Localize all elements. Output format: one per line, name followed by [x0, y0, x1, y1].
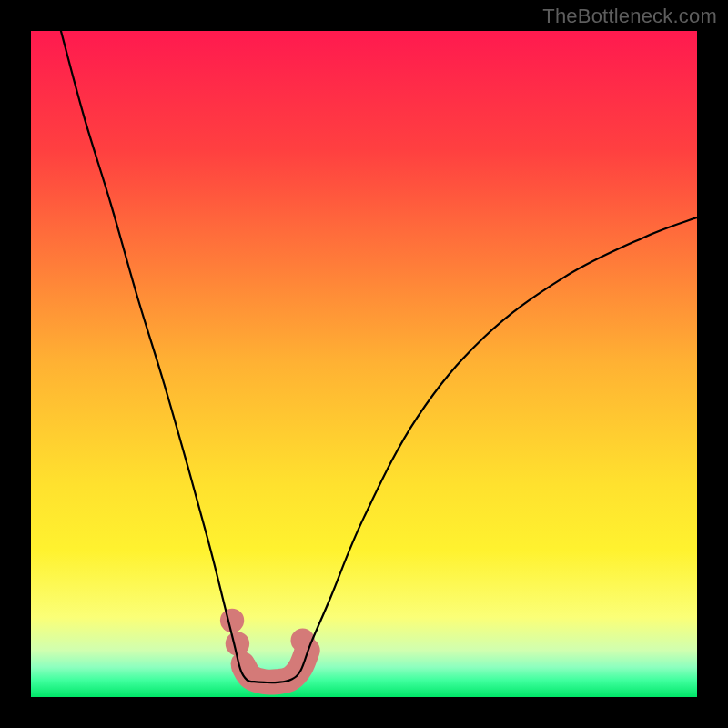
marker-left-band-top [220, 609, 244, 632]
chart-frame: TheBottleneck.com [0, 0, 728, 728]
marker-left-band-lower [231, 652, 255, 675]
watermark-text: TheBottleneck.com [542, 5, 717, 28]
bottleneck-curve [61, 31, 697, 682]
chart-svg [31, 31, 697, 697]
plot-area [31, 31, 697, 697]
